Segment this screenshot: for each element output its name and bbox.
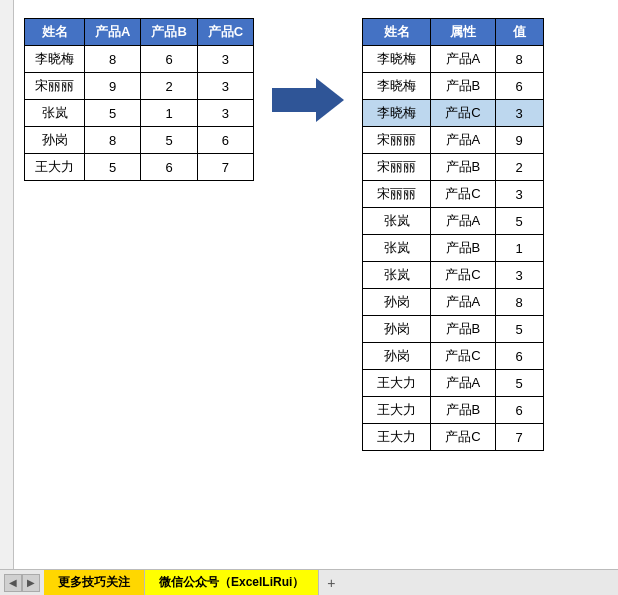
arrow-body: [272, 78, 344, 122]
right-cell-11-2: 6: [495, 343, 543, 370]
right-table-row: 张岚产品B1: [363, 235, 543, 262]
right-table-wrap: 姓名属性值 李晓梅产品A8李晓梅产品B6李晓梅产品C3宋丽丽产品A9宋丽丽产品B…: [362, 18, 543, 451]
left-cell-4-0: 王大力: [25, 154, 85, 181]
right-cell-9-1: 产品A: [431, 289, 495, 316]
right-col-header-0: 姓名: [363, 19, 431, 46]
left-cell-2-2: 1: [141, 100, 197, 127]
left-table-wrap: 姓名产品A产品B产品C 李晓梅863宋丽丽923张岚513孙岗856王大力567: [24, 18, 254, 181]
right-cell-4-2: 2: [495, 154, 543, 181]
right-cell-7-1: 产品B: [431, 235, 495, 262]
left-cell-0-2: 6: [141, 46, 197, 73]
right-cell-2-1: 产品C: [431, 100, 495, 127]
right-cell-8-2: 3: [495, 262, 543, 289]
left-cell-4-2: 6: [141, 154, 197, 181]
left-table: 姓名产品A产品B产品C 李晓梅863宋丽丽923张岚513孙岗856王大力567: [24, 18, 254, 181]
right-cell-2-0: 李晓梅: [363, 100, 431, 127]
left-col-header-1: 产品A: [85, 19, 141, 46]
sheet-tabs: 更多技巧关注 微信公众号（ExcelLiRui）: [44, 570, 319, 596]
right-table: 姓名属性值 李晓梅产品A8李晓梅产品B6李晓梅产品C3宋丽丽产品A9宋丽丽产品B…: [362, 18, 543, 451]
left-col-header-2: 产品B: [141, 19, 197, 46]
right-cell-12-1: 产品A: [431, 370, 495, 397]
right-table-row: 李晓梅产品A8: [363, 46, 543, 73]
right-cell-11-0: 孙岗: [363, 343, 431, 370]
left-cell-2-1: 5: [85, 100, 141, 127]
right-table-row: 孙岗产品A8: [363, 289, 543, 316]
bottom-bar: ◀ ▶ 更多技巧关注 微信公众号（ExcelLiRui） +: [0, 569, 618, 595]
right-cell-9-2: 8: [495, 289, 543, 316]
left-cell-1-2: 2: [141, 73, 197, 100]
left-table-row: 王大力567: [25, 154, 254, 181]
left-cell-3-2: 5: [141, 127, 197, 154]
right-cell-1-1: 产品B: [431, 73, 495, 100]
right-cell-3-0: 宋丽丽: [363, 127, 431, 154]
right-table-header-row: 姓名属性值: [363, 19, 543, 46]
right-table-body: 李晓梅产品A8李晓梅产品B6李晓梅产品C3宋丽丽产品A9宋丽丽产品B2宋丽丽产品…: [363, 46, 543, 451]
right-cell-6-1: 产品A: [431, 208, 495, 235]
left-cell-3-1: 8: [85, 127, 141, 154]
bottom-left-nav: ◀ ▶: [0, 574, 44, 592]
arrow-shaft: [272, 88, 316, 112]
right-cell-6-0: 张岚: [363, 208, 431, 235]
main-area: 姓名产品A产品B产品C 李晓梅863宋丽丽923张岚513孙岗856王大力567…: [14, 8, 618, 451]
right-cell-10-1: 产品B: [431, 316, 495, 343]
left-cell-1-1: 9: [85, 73, 141, 100]
content-wrapper: 姓名产品A产品B产品C 李晓梅863宋丽丽923张岚513孙岗856王大力567…: [14, 0, 618, 569]
left-cell-4-3: 7: [197, 154, 253, 181]
left-edge: [0, 0, 14, 569]
left-table-body: 李晓梅863宋丽丽923张岚513孙岗856王大力567: [25, 46, 254, 181]
right-table-row: 宋丽丽产品B2: [363, 154, 543, 181]
right-cell-3-1: 产品A: [431, 127, 495, 154]
right-cell-7-2: 1: [495, 235, 543, 262]
right-cell-4-1: 产品B: [431, 154, 495, 181]
right-table-row: 李晓梅产品B6: [363, 73, 543, 100]
right-cell-9-0: 孙岗: [363, 289, 431, 316]
right-cell-8-0: 张岚: [363, 262, 431, 289]
left-table-row: 李晓梅863: [25, 46, 254, 73]
left-cell-0-1: 8: [85, 46, 141, 73]
right-cell-0-1: 产品A: [431, 46, 495, 73]
right-cell-8-1: 产品C: [431, 262, 495, 289]
left-col-header-3: 产品C: [197, 19, 253, 46]
wechat-tab[interactable]: 微信公众号（ExcelLiRui）: [145, 570, 319, 596]
right-cell-3-2: 9: [495, 127, 543, 154]
right-table-row: 王大力产品A5: [363, 370, 543, 397]
right-cell-0-0: 李晓梅: [363, 46, 431, 73]
arrow-head: [316, 78, 344, 122]
right-cell-1-2: 6: [495, 73, 543, 100]
right-cell-13-1: 产品B: [431, 397, 495, 424]
right-cell-0-2: 8: [495, 46, 543, 73]
left-cell-3-3: 6: [197, 127, 253, 154]
right-table-row: 王大力产品C7: [363, 424, 543, 451]
right-table-row: 孙岗产品B5: [363, 316, 543, 343]
right-cell-5-2: 3: [495, 181, 543, 208]
right-cell-7-0: 张岚: [363, 235, 431, 262]
nav-right-btn[interactable]: ▶: [22, 574, 40, 592]
right-table-row: 孙岗产品C6: [363, 343, 543, 370]
left-cell-2-3: 3: [197, 100, 253, 127]
right-table-row: 宋丽丽产品A9: [363, 127, 543, 154]
right-cell-11-1: 产品C: [431, 343, 495, 370]
right-cell-2-2: 3: [495, 100, 543, 127]
left-cell-3-0: 孙岗: [25, 127, 85, 154]
add-sheet-button[interactable]: +: [319, 575, 343, 591]
arrow-wrap: [272, 78, 344, 122]
promo-tab[interactable]: 更多技巧关注: [44, 570, 145, 596]
right-table-row: 宋丽丽产品C3: [363, 181, 543, 208]
left-cell-2-0: 张岚: [25, 100, 85, 127]
left-table-header-row: 姓名产品A产品B产品C: [25, 19, 254, 46]
right-cell-6-2: 5: [495, 208, 543, 235]
right-table-row: 王大力产品B6: [363, 397, 543, 424]
left-table-row: 张岚513: [25, 100, 254, 127]
right-cell-10-0: 孙岗: [363, 316, 431, 343]
left-cell-1-0: 宋丽丽: [25, 73, 85, 100]
right-col-header-2: 值: [495, 19, 543, 46]
left-col-header-0: 姓名: [25, 19, 85, 46]
right-cell-1-0: 李晓梅: [363, 73, 431, 100]
right-col-header-1: 属性: [431, 19, 495, 46]
left-cell-0-3: 3: [197, 46, 253, 73]
right-cell-5-1: 产品C: [431, 181, 495, 208]
left-cell-1-3: 3: [197, 73, 253, 100]
nav-left-btn[interactable]: ◀: [4, 574, 22, 592]
right-cell-12-0: 王大力: [363, 370, 431, 397]
right-cell-4-0: 宋丽丽: [363, 154, 431, 181]
